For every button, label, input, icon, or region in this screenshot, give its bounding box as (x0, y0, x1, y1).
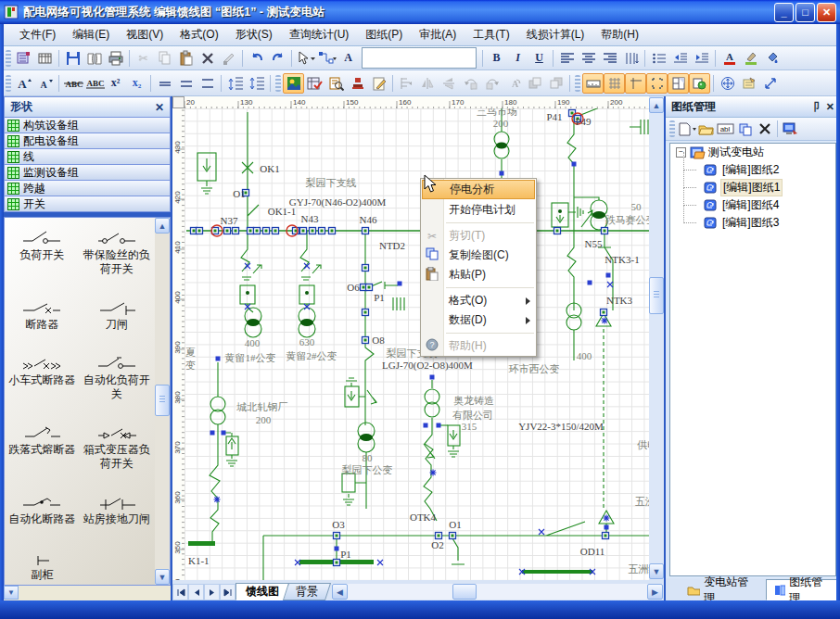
next-page-icon[interactable] (204, 584, 220, 600)
redo-button[interactable] (267, 48, 288, 69)
line-spacing-up-button[interactable] (224, 73, 246, 94)
stencil-scroll-down-icon[interactable]: ▼ (155, 569, 170, 585)
grow-font-button[interactable]: A (13, 73, 34, 94)
context-menu-item-4[interactable]: 复制绘图(C) (421, 246, 536, 265)
table-button[interactable] (34, 48, 56, 69)
station-label[interactable]: 测试变电站 (706, 145, 766, 160)
subscript-button[interactable]: x₂ (126, 73, 147, 94)
tab-sheet-manager[interactable]: 图纸管理 (766, 579, 840, 600)
stencil-scroll-thumb[interactable] (155, 385, 170, 416)
tab-background[interactable]: 背景 (283, 583, 331, 600)
stencil-item-1[interactable]: 带保险丝的负荷开关 (80, 231, 155, 276)
connector-tool-button[interactable] (316, 48, 337, 69)
spacing-normal-button[interactable] (175, 73, 197, 94)
tree-sheet-2[interactable]: [编辑]图纸1 (670, 179, 835, 196)
stencil-item-5[interactable]: 自动化负荷开关 (80, 356, 155, 401)
toolbar-grip2[interactable] (6, 75, 11, 92)
line-spacing-down-button[interactable] (246, 73, 267, 94)
print-button[interactable] (105, 48, 126, 69)
align-right-button[interactable] (599, 48, 620, 69)
panel-close-icon[interactable]: ✕ (826, 101, 834, 113)
fill-color-button[interactable] (761, 48, 783, 69)
delete-button[interactable] (197, 48, 218, 69)
stencil-item-2[interactable]: 断路器 (5, 300, 80, 332)
rotate-right-button[interactable] (481, 73, 503, 94)
spacing-loose-button[interactable] (197, 73, 218, 94)
menu-item-3[interactable]: 格式(O) (172, 24, 226, 45)
menu-item-1[interactable]: 编辑(E) (64, 24, 118, 45)
context-menu-item-3[interactable]: ✂剪切(T) (421, 226, 536, 246)
context-menu-item-5[interactable]: 粘贴(P) (421, 265, 536, 284)
menu-item-4[interactable]: 形状(S) (227, 24, 281, 45)
diagram-canvas[interactable]: 三鸟市场200P41P49OK1梨园下支线GYJ-70(N46-O2)400MO… (185, 108, 649, 580)
tree-sheet-1[interactable]: [编辑]图纸2 (670, 161, 835, 179)
flip-horizontal-button[interactable] (417, 73, 439, 94)
maximize-button[interactable]: □ (795, 3, 815, 22)
copy-sheet-button[interactable] (735, 120, 755, 138)
collapse-icon[interactable]: − (676, 147, 686, 158)
bullets-button[interactable] (648, 48, 669, 69)
send-to-back-button[interactable] (545, 73, 566, 94)
canvas-scroll-down-icon[interactable]: ▼ (649, 563, 664, 579)
print-preview-button[interactable] (83, 48, 105, 69)
menu-item-9[interactable]: 线损计算(L) (518, 24, 593, 45)
stencil-scroll-up-icon[interactable]: ▲ (155, 218, 170, 234)
vertical-text-button[interactable] (620, 48, 642, 69)
superscript-button[interactable]: x² (105, 73, 126, 94)
rotate-left-button[interactable] (460, 73, 481, 94)
toolbar-grip4[interactable] (575, 75, 580, 92)
canvas-hscroll-thumb[interactable] (452, 584, 477, 600)
canvas-horizontal-scrollbar[interactable]: ◀ ▶ (332, 584, 663, 600)
canvas-vertical-scrollbar[interactable]: ▲ ▼ (649, 96, 664, 580)
context-menu-item-8[interactable]: 数据(D) (421, 310, 536, 330)
open-sheet-button[interactable] (696, 120, 716, 138)
menu-item-10[interactable]: 帮助(H) (592, 24, 647, 45)
context-menu-item-0[interactable]: 停电分析 (422, 180, 535, 199)
pointer-tool-button[interactable] (295, 48, 316, 69)
stencil-group-1[interactable]: 配电设备组 (4, 133, 171, 149)
guides-toggle-button[interactable] (625, 73, 646, 94)
underline-abc-button[interactable]: ABC (83, 73, 105, 94)
pin-icon[interactable]: 卩 (809, 100, 820, 114)
delete-sheet-button[interactable] (755, 120, 774, 138)
align-shapes-button[interactable] (396, 73, 417, 94)
italic-button[interactable]: I (507, 48, 528, 69)
last-page-icon[interactable] (220, 584, 235, 600)
validate-sheet-button[interactable] (304, 73, 325, 94)
station-config-button[interactable] (781, 120, 800, 138)
tree-sheet-4[interactable]: [编辑]图纸3 (670, 214, 835, 232)
cut-button[interactable]: ✂ (133, 48, 154, 69)
canvas-scroll-thumb[interactable] (649, 277, 664, 314)
device-image-button[interactable] (283, 73, 304, 94)
stencil-item-10[interactable]: 副柜 (5, 550, 80, 582)
flip-vertical-button[interactable] (439, 73, 460, 94)
stencil-item-8[interactable]: 自动化断路器 (5, 495, 80, 526)
resize-shape-button[interactable] (759, 73, 781, 94)
prev-page-icon[interactable] (188, 584, 204, 600)
tree-sheet-3[interactable]: [编辑]图纸4 (670, 196, 835, 214)
toolbar-grip3[interactable] (275, 75, 281, 92)
find-device-button[interactable] (325, 73, 347, 94)
panel-toolbar-grip[interactable] (669, 120, 675, 137)
stencil-scrollbar[interactable]: ▲ ▼ (155, 218, 170, 585)
format-painter-button[interactable] (218, 48, 239, 69)
context-menu-item-7[interactable]: 格式(O) (421, 291, 536, 310)
stencil-group-0[interactable]: 构筑设备组 (4, 118, 171, 133)
increase-indent-button[interactable] (691, 48, 712, 69)
new-feeder-button[interactable] (13, 48, 34, 69)
rename-sheet-button[interactable]: abl (716, 120, 735, 138)
tab-station-manager[interactable]: 变电站管理 (679, 579, 766, 600)
stencil-group-4[interactable]: 跨越 (4, 181, 171, 196)
tree-root-station[interactable]: − 测试变电站 (670, 144, 835, 161)
stencil-group-5[interactable]: 开关 (4, 196, 171, 212)
text-tool-button[interactable]: A (337, 48, 359, 69)
first-page-icon[interactable] (172, 584, 188, 600)
stencil-item-3[interactable]: 刀闸 (80, 300, 155, 332)
undo-button[interactable] (246, 48, 267, 69)
menu-item-7[interactable]: 审批(A) (411, 24, 465, 45)
rotate-text-button[interactable]: A (503, 73, 524, 94)
new-sheet-button[interactable] (677, 120, 696, 138)
strikethrough-button[interactable]: ABC (62, 73, 83, 94)
close-button[interactable]: ✕ (817, 3, 836, 22)
ruler-toggle-button[interactable] (582, 73, 604, 94)
